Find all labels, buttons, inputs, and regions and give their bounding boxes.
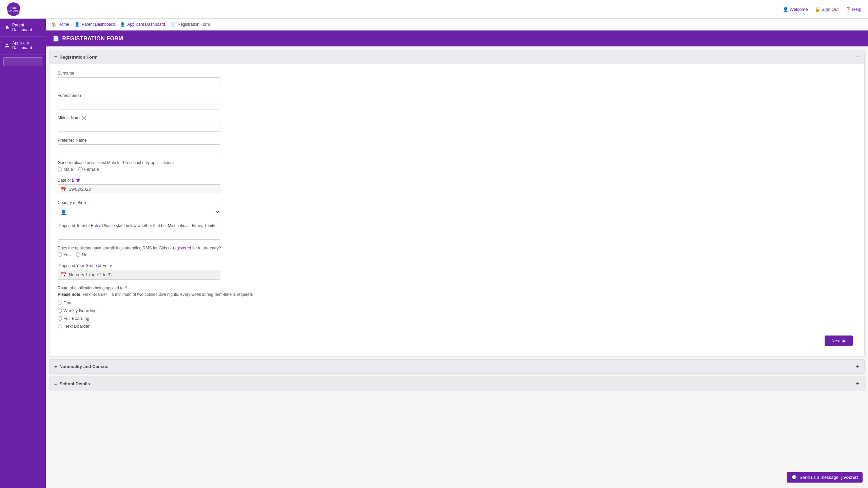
preferred-name-label: Preferred Name: [58, 138, 856, 143]
user-icon: 👤: [783, 7, 788, 12]
gender-female-radio[interactable]: [78, 167, 83, 171]
route-weekly-boarding-radio[interactable]: [58, 308, 62, 313]
logo-icon: RMS FOR GIRLS: [7, 2, 20, 16]
sidebar-item-applicant-dashboard[interactable]: Applicant Dashboard: [0, 37, 46, 55]
year-group-entry-group: Proposed Year Group of Entry 📅: [58, 263, 856, 280]
person-icon: [5, 43, 9, 48]
proposed-term-input[interactable]: [58, 230, 220, 240]
forenames-input-wrapper: 👤: [58, 100, 220, 109]
breadcrumb-home-icon: 🏠: [51, 22, 56, 27]
route-day-label: Day: [58, 300, 856, 305]
sidebar-item-parent-dashboard[interactable]: Parent Dashboard: [0, 19, 46, 37]
chat-widget[interactable]: 💬 Send us a message jivochat: [787, 472, 863, 483]
breadcrumb-parent-dashboard-link[interactable]: Parent Dashboard: [82, 22, 115, 27]
route-flexi-boarder-text: Flexi Boarder: [63, 324, 90, 329]
route-flexi-boarder-radio[interactable]: [58, 324, 62, 328]
preferred-name-input-wrapper: A: [58, 144, 220, 154]
school-expand-btn[interactable]: +: [856, 380, 860, 387]
nationality-bars-icon: ≡: [54, 364, 57, 369]
middle-names-input-wrapper: 👤: [58, 122, 220, 132]
siblings-no-label: No: [76, 252, 87, 257]
nationality-census-header[interactable]: ≡ Nationality and Census +: [50, 360, 864, 373]
breadcrumb: 🏠 Home › 👤 Parent Dashboard › 👤 Applican…: [46, 19, 868, 30]
registration-form-body: Surname 👤 Forename(s) 👤 Midd: [50, 64, 864, 356]
chat-icon: 💬: [791, 475, 797, 480]
siblings-yes-text: Yes: [63, 252, 71, 257]
nationality-census-section: ≡ Nationality and Census +: [49, 359, 865, 374]
school-section-header-left: ≡ School Details: [54, 381, 90, 386]
breadcrumb-applicant-icon: 👤: [120, 22, 125, 27]
route-day-radio[interactable]: [58, 301, 62, 305]
gender-female-text: Female: [84, 167, 99, 172]
breadcrumb-parent-icon: 👤: [75, 22, 80, 27]
dob-input[interactable]: [58, 184, 220, 194]
breadcrumb-sep-3: ›: [167, 22, 169, 27]
route-note-text: Flexi Boarder = a minimum of two consecu…: [83, 292, 253, 297]
route-full-boarding-text: Full Boarding: [63, 316, 90, 321]
breadcrumb-sep-1: ›: [71, 22, 73, 27]
next-arrow-icon: ▶: [843, 338, 846, 343]
nationality-expand-btn[interactable]: +: [856, 363, 860, 370]
route-note: Please note: Flexi Boarder = a minimum o…: [58, 292, 856, 297]
page-title: REGISTRATION FORM: [62, 36, 123, 42]
siblings-yes-radio[interactable]: [58, 252, 62, 257]
top-navbar: RMS FOR GIRLS 👤 Welcome 🔓 Sign Out ❓ Hel…: [0, 0, 868, 19]
route-full-boarding-label: Full Boarding: [58, 316, 856, 321]
section-collapse-btn[interactable]: −: [856, 54, 860, 61]
proposed-term-input-wrapper: 👤: [58, 230, 220, 240]
route-full-boarding-radio[interactable]: [58, 316, 62, 321]
siblings-label: Does the applicant have any siblings att…: [58, 246, 856, 250]
page-title-icon: 📄: [53, 35, 60, 42]
breadcrumb-home-link[interactable]: Home: [58, 22, 69, 27]
surname-input-wrapper: 👤: [58, 77, 220, 87]
year-group-input-wrapper: 📅: [58, 270, 220, 280]
home-icon: [5, 25, 9, 30]
country-birth-group: Country of Birth 👤 United Kingdom United…: [58, 200, 856, 217]
country-birth-select[interactable]: United Kingdom United States: [58, 207, 220, 217]
breadcrumb-sep-2: ›: [117, 22, 118, 27]
registration-form-section: ≡ Registration Form − Surname 👤 Forename…: [49, 50, 865, 357]
school-details-title: School Details: [60, 381, 90, 386]
proposed-term-label: Proposed Term of Entry. Please state bel…: [58, 223, 856, 228]
preferred-name-input[interactable]: [58, 144, 220, 154]
breadcrumb-current: Registration Form: [178, 22, 210, 27]
breadcrumb-regform-icon: 📄: [171, 22, 176, 27]
section-title: Registration Form: [60, 55, 98, 60]
siblings-yes-label: Yes: [58, 252, 71, 257]
siblings-no-radio[interactable]: [76, 252, 80, 257]
surname-input[interactable]: [58, 77, 220, 87]
route-application-label: Route of application being applied for?: [58, 286, 856, 290]
topnav-links: 👤 Welcome 🔓 Sign Out ❓ Help: [783, 7, 861, 12]
sidebar-search-input[interactable]: [3, 57, 42, 66]
gender-group: Gender (please only select Male for Pres…: [58, 160, 856, 172]
gender-label: Gender (please only select Male for Pres…: [58, 160, 856, 165]
school-details-header[interactable]: ≡ School Details +: [50, 377, 864, 391]
forenames-input[interactable]: [58, 100, 220, 109]
gender-radio-group: Male Female: [58, 167, 856, 172]
welcome-link[interactable]: 👤 Welcome: [783, 7, 808, 12]
route-weekly-boarding-label: Weekly Boarding: [58, 308, 856, 313]
siblings-group: Does the applicant have any siblings att…: [58, 246, 856, 257]
chat-provider: jivochat: [841, 475, 858, 480]
year-group-entry-label: Proposed Year Group of Entry: [58, 263, 856, 268]
breadcrumb-applicant-dashboard-link[interactable]: Applicant Dashboard: [127, 22, 165, 27]
year-group-input: [58, 270, 220, 280]
logo-rms: RMS: [11, 6, 17, 10]
help-link[interactable]: ❓ Help: [845, 7, 861, 12]
siblings-no-text: No: [82, 252, 87, 257]
middle-names-input[interactable]: [58, 122, 220, 132]
forenames-group: Forename(s) 👤: [58, 93, 856, 109]
page-title-bar: 📄 REGISTRATION FORM: [46, 30, 868, 46]
app-logo: RMS FOR GIRLS: [7, 2, 20, 16]
route-radio-stack: Day Weekly Boarding Full Boarding F: [58, 300, 856, 329]
next-button[interactable]: Next ▶: [825, 336, 853, 346]
route-note-strong: Please note:: [58, 292, 82, 297]
gender-male-radio[interactable]: [58, 167, 62, 171]
registration-form-header[interactable]: ≡ Registration Form −: [50, 50, 864, 64]
signout-link[interactable]: 🔓 Sign Out: [815, 7, 839, 12]
country-birth-label: Country of Birth: [58, 200, 856, 205]
proposed-term-group: Proposed Term of Entry. Please state bel…: [58, 223, 856, 240]
forenames-label: Forename(s): [58, 93, 856, 98]
btn-row: Next ▶: [58, 336, 856, 349]
middle-names-group: Middle Name(s) 👤: [58, 116, 856, 132]
